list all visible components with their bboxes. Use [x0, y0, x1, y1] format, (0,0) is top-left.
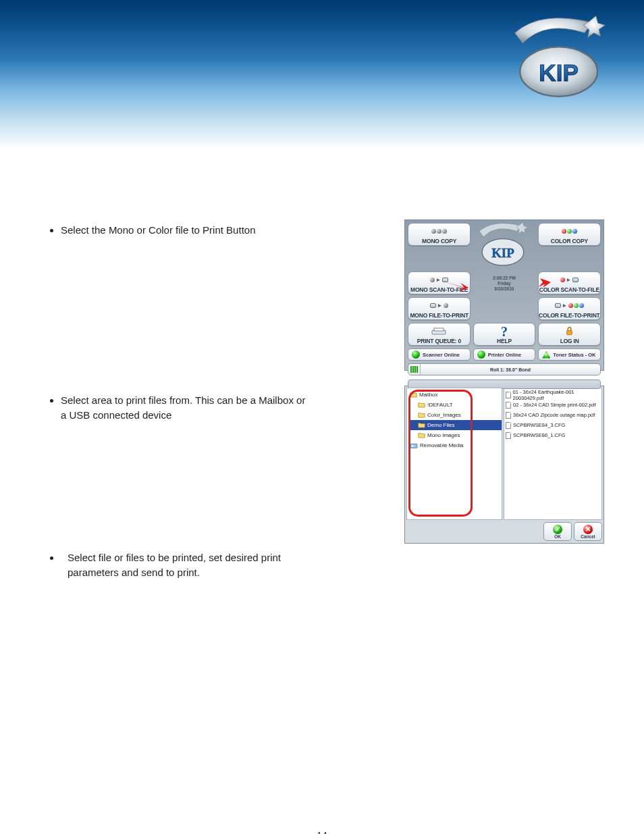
- cancel-button[interactable]: ✕ Cancel: [574, 522, 602, 541]
- color-copy-label: COLOR COPY: [551, 238, 588, 244]
- tree-node-selected[interactable]: Demo Files: [410, 420, 502, 430]
- print-queue-icon: [431, 325, 446, 338]
- close-icon: ✕: [583, 525, 593, 534]
- folder-icon: [418, 432, 425, 438]
- file-browser-dialog: Mailbox!DEFAULTColor_ImagesDemo FilesMon…: [404, 386, 604, 544]
- toner-icon: [542, 351, 550, 359]
- tree-node-label: Demo Files: [427, 422, 454, 428]
- svg-rect-7: [410, 366, 412, 373]
- file-row[interactable]: SCPBRWSE86_1.CFG: [506, 430, 600, 440]
- scanner-status[interactable]: Scanner Online: [408, 348, 471, 361]
- status-light-icon: [477, 350, 485, 359]
- bullet-2: Select area to print files from. This ca…: [61, 394, 305, 421]
- file-name-label: SCPBRWSE86_1.CFG: [513, 432, 565, 438]
- file-name-label: 36x24 CAD Zipcode outage map.pdf: [513, 412, 595, 418]
- kip-logo: KIP: [509, 15, 614, 105]
- bullet-1: Select the Mono or Color file to Print B…: [61, 224, 255, 236]
- tree-node[interactable]: Mailbox: [410, 390, 502, 400]
- roll-bar[interactable]: Roll 1: 36.0" Bond: [408, 363, 601, 375]
- file-icon: [506, 422, 511, 429]
- color-file-to-print-button[interactable]: ▸ COLOR FILE-TO-PRINT: [538, 297, 601, 320]
- svg-rect-5: [434, 328, 444, 331]
- scan-mono-icon: ▸: [430, 273, 448, 287]
- print-queue-label: PRINT QUEUE: 0: [417, 338, 461, 344]
- tree-node[interactable]: Removable Media: [410, 440, 502, 450]
- print-queue-button[interactable]: PRINT QUEUE: 0: [408, 323, 471, 346]
- file-icon: [506, 412, 511, 419]
- svg-rect-9: [414, 366, 416, 373]
- login-button[interactable]: LOG IN: [538, 323, 601, 346]
- tree-node-label: Mono Images: [427, 432, 460, 438]
- mono-scan-label: MONO SCAN-TO-FILE: [410, 287, 468, 293]
- file-name-label: 02 - 36x24 CAD Simple print-002.pdf: [513, 402, 596, 408]
- drive-icon: [410, 442, 418, 449]
- tree-node[interactable]: Color_Images: [410, 410, 502, 420]
- color-scan-button[interactable]: ▸ COLOR SCAN-TO-FILE: [538, 271, 601, 294]
- file-list[interactable]: 01 - 36x24 Earthquake-001 20030429.pdf02…: [504, 388, 602, 520]
- scanner-status-label: Scanner Online: [423, 352, 460, 358]
- tree-node-label: !DEFAULT: [427, 402, 453, 408]
- file-row[interactable]: 36x24 CAD Zipcode outage map.pdf: [506, 410, 600, 420]
- toner-status[interactable]: Toner Status - OK: [538, 348, 601, 361]
- file-name-label: SCPBRWSE84_3.CFG: [513, 422, 565, 428]
- printer-status-label: Printer Online: [488, 352, 522, 358]
- kip-main-screen: MONO COPY KIP 2:08:22 PM Friday: [404, 219, 604, 371]
- file-name-label: 01 - 36x24 Earthquake-001 20030429.pdf: [513, 389, 600, 401]
- roll-label: Roll 1: 36.0" Bond: [490, 367, 531, 372]
- status-light-icon: [412, 350, 420, 359]
- tree-node-label: Mailbox: [419, 392, 438, 398]
- login-label: LOG IN: [560, 338, 579, 344]
- scan-color-icon: ▸: [560, 273, 579, 287]
- tree-node[interactable]: !DEFAULT: [410, 400, 502, 410]
- folder-tree[interactable]: Mailbox!DEFAULTColor_ImagesDemo FilesMon…: [406, 388, 502, 520]
- file-row[interactable]: SCPBRWSE84_3.CFG: [506, 420, 600, 430]
- folder-icon: [418, 422, 425, 428]
- help-button[interactable]: ? HELP: [473, 323, 536, 346]
- mono-file-to-print-button[interactable]: ▸ MONO FILE-TO-PRINT: [408, 297, 471, 320]
- f2p-mono-icon: ▸: [430, 299, 448, 313]
- svg-rect-12: [412, 445, 414, 447]
- folder-icon: [410, 392, 417, 398]
- page-number: - 14 -: [34, 830, 610, 834]
- center-kip-logo: KIP: [477, 221, 532, 270]
- mono-scan-button[interactable]: ▸ MONO SCAN-TO-FILE: [408, 271, 471, 294]
- doc-header: KIP: [0, 0, 644, 149]
- tree-node-label: Removable Media: [420, 442, 463, 448]
- cancel-label: Cancel: [581, 534, 595, 539]
- file-icon: [506, 392, 511, 398]
- media-level-icon: [408, 364, 421, 375]
- ok-label: OK: [554, 534, 561, 539]
- svg-rect-10: [417, 366, 418, 373]
- help-icon: ?: [501, 325, 508, 338]
- f2p-color-icon: ▸: [555, 299, 584, 313]
- mono-f2p-label: MONO FILE-TO-PRINT: [410, 313, 468, 319]
- check-icon: ✓: [553, 525, 562, 534]
- svg-rect-6: [567, 331, 572, 335]
- folder-icon: [418, 402, 425, 408]
- ok-button[interactable]: ✓ OK: [543, 522, 572, 541]
- date-label: 8/20/2010: [493, 286, 516, 292]
- day-label: Friday: [493, 281, 516, 286]
- file-row[interactable]: 02 - 36x24 CAD Simple print-002.pdf: [506, 400, 600, 410]
- color-copy-button[interactable]: COLOR COPY: [538, 223, 601, 246]
- toner-status-label: Toner Status - OK: [553, 352, 595, 358]
- instruction-list: Select the Mono or Color file to Print B…: [34, 149, 307, 580]
- printer-status[interactable]: Printer Online: [473, 348, 536, 361]
- mono-copy-button[interactable]: MONO COPY: [408, 223, 471, 246]
- file-row[interactable]: 01 - 36x24 Earthquake-001 20030429.pdf: [506, 390, 600, 400]
- mono-copy-label: MONO COPY: [422, 238, 456, 244]
- file-icon: [506, 402, 511, 409]
- help-label: HELP: [497, 338, 512, 344]
- bullet-3: Select file or files to be printed, set …: [68, 552, 281, 578]
- time-label: 2:08:22 PM: [493, 276, 516, 281]
- color-scan-label: COLOR SCAN-TO-FILE: [539, 287, 599, 293]
- datetime: 2:08:22 PM Friday 8/20/2010: [493, 276, 516, 292]
- mono-orbs-icon: [431, 225, 447, 238]
- color-f2p-label: COLOR FILE-TO-PRINT: [539, 313, 599, 319]
- svg-text:KIP: KIP: [539, 59, 579, 86]
- tree-node[interactable]: Mono Images: [410, 430, 502, 440]
- svg-text:KIP: KIP: [491, 246, 514, 260]
- lock-icon: [566, 325, 573, 338]
- folder-icon: [418, 412, 425, 418]
- color-orbs-icon: [562, 225, 577, 238]
